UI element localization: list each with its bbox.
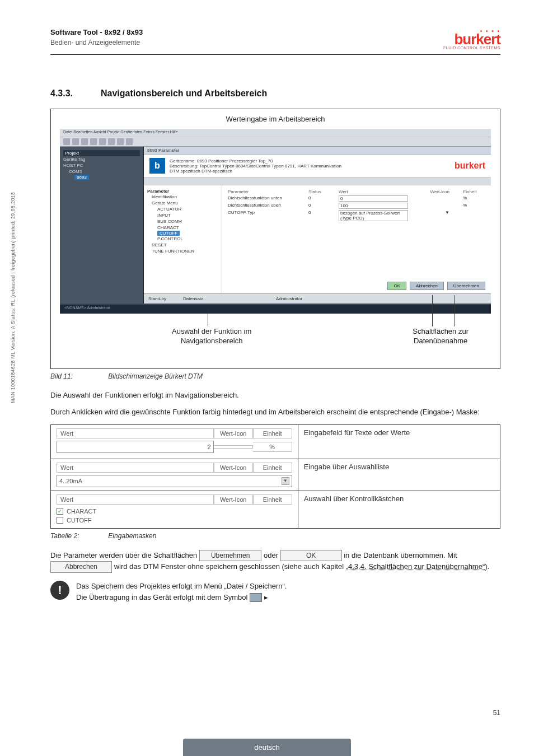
toolbar-icon (99, 138, 106, 145)
cancel-button-inline: Abbrechen (50, 561, 112, 573)
ss-cell (463, 210, 485, 221)
chevron-down-icon: ▼ (282, 477, 289, 485)
checkbox-icon (57, 517, 63, 524)
ss-nav-item: Identifikation (147, 194, 218, 200)
toolbar-icon (63, 138, 70, 145)
ss-banner-value: DTM-spezifisch (202, 169, 232, 174)
mini-header: Wert (57, 463, 214, 473)
ss-banner-logo: burkert (455, 161, 485, 171)
header-rule (50, 54, 500, 55)
ss-cell: 0 (339, 195, 408, 202)
paragraph: Die Parameter werden über die Schaltfläc… (50, 550, 500, 573)
note-box: ! Das Speichern des Projektes erfolgt im… (50, 581, 500, 603)
text-input-sample: 2 (57, 441, 214, 453)
brand-logo: • • • • burkert FLUID CONTROL SYSTEMS (443, 28, 500, 50)
ss-col-header: Einheit (463, 189, 485, 194)
annotation-line (208, 311, 208, 326)
ss-banner-label: DTM spezifisch (170, 169, 200, 174)
ss-nav-item: RESET (147, 242, 218, 248)
ss-cancel-button: Abbrechen (410, 282, 444, 290)
checkbox-label: CHARACT (67, 508, 96, 515)
input-mask-table: Wert Wert-Icon Einheit 2 % Eingabefeld f… (50, 424, 500, 529)
select-input-sample: 4..20mA ▼ (57, 475, 292, 487)
note-line: Die Übertragung in das Gerät erfolgt mit… (76, 592, 287, 603)
figure-caption: Bild 11: Bildschirmanzeige Bürkert DTM (50, 372, 500, 380)
checkbox-checked-icon: ✓ (57, 508, 63, 515)
ss-nav-item: TUNE FUNKTIONEN (147, 248, 218, 254)
ss-tree-item: COM3 (63, 169, 140, 175)
mini-header: Einheit (253, 494, 292, 505)
toolbar-icon (90, 138, 97, 145)
checkbox-sample: ✓ CHARACT (57, 507, 292, 516)
ss-nav-item: Geräte Menu (147, 200, 218, 206)
figure-caption-text: Bildschirmanzeige Bürkert DTM (108, 372, 203, 380)
ss-toolbar (60, 137, 491, 147)
ss-cell: CUTOFF-Typ (228, 210, 295, 221)
ss-nav-item: ACTUATOR (147, 206, 218, 212)
ss-cell: 0 (308, 203, 325, 209)
ss-project-tree: Projekt Geräte Tag HOST PC COM3 8693 (60, 147, 144, 304)
apply-button-inline: Übernehmen (199, 550, 261, 562)
ss-cell: 100 (339, 203, 408, 209)
paragraph: Die Auswahl der Funktionen erfolgt im Na… (50, 390, 500, 400)
annotation-line (455, 295, 455, 326)
ss-cell: % (463, 195, 485, 202)
checkbox-sample: CUTOFF (57, 516, 292, 525)
ss-cell (421, 203, 449, 209)
doc-meta-sidebar: MAN 1000184628 ML Version: A Status: RL … (10, 192, 16, 403)
ss-status-item: Administrator (276, 296, 302, 301)
table-caption-text: Eingabemasken (108, 532, 156, 540)
ss-status-item: Datensatz (183, 296, 203, 301)
ss-apply-button: Übernehmen (447, 282, 485, 290)
mini-header: Wert-Icon (214, 494, 253, 505)
ss-banner-value: 8693 Positioner Prozessregler Top_70 (197, 158, 273, 164)
brand-logo-text: burkert (443, 33, 500, 46)
toolbar-icon (117, 138, 124, 145)
ss-menubar: Datei Bearbeiten Ansicht Projekt Geräted… (60, 129, 491, 137)
ss-nav-panel: Parameter Identifikation Geräte Menu ACT… (144, 185, 222, 293)
ss-cell: ▼ (421, 210, 449, 221)
ss-status-bar: Stand-by Datensatz Administrator (144, 293, 491, 304)
mini-cell (214, 445, 253, 449)
mini-header: Wert-Icon (214, 428, 253, 438)
ss-col-header: Wert (339, 189, 408, 194)
ss-footer-bar: <NONAME> Administrator (60, 305, 491, 314)
ss-nav-item: INPUT (147, 212, 218, 218)
ss-status-item: Stand-by (148, 296, 166, 301)
section-heading: 4.3.3.Navigationsbereich und Arbeitsbere… (50, 88, 500, 99)
ss-col-header: Status (308, 189, 325, 194)
ss-cell (421, 195, 449, 202)
ss-ok-button: OK (387, 282, 406, 290)
language-tab: deutsch (183, 739, 351, 756)
mini-header: Wert (57, 494, 214, 505)
transfer-symbol-icon (250, 593, 262, 602)
ss-tree-title: Projekt (63, 150, 140, 156)
figure-annotation-right: Schaltflächen zurDatenübenahme (413, 327, 469, 346)
mini-header: Einheit (253, 428, 292, 438)
ss-nav-header: Parameter (147, 189, 218, 194)
ss-cell: bezogen auf Prozess-Sollwert (Type PCO) (339, 210, 408, 221)
table-caption-label: Tabelle 2: (50, 532, 106, 540)
mini-header: Wert (57, 428, 214, 438)
mini-header: Einheit (253, 463, 292, 473)
ss-cell: 0 (308, 210, 325, 221)
ss-banner: b Gerätename: 8693 Positioner Prozessreg… (144, 155, 491, 178)
ss-cell: 0 (308, 195, 325, 202)
ss-nav-item-selected: CUTOFF (157, 231, 180, 236)
ss-tree-item: Geräte Tag (63, 156, 140, 162)
mini-header: Wert-Icon (214, 463, 253, 473)
cross-reference-link[interactable]: „4.3.4. Schaltflächen zur Datenübernahme… (346, 562, 485, 571)
ss-nav-item: P.CONTROL (147, 236, 218, 242)
ss-tree-item-selected: 8693 (74, 175, 89, 180)
ss-work-table: Parameter Status Wert Wert-Icon Einheit … (222, 185, 491, 293)
ss-banner-label: Beschreibung: (170, 164, 198, 169)
note-line: Das Speichern des Projektes erfolgt im M… (76, 581, 287, 592)
ss-nav-item: BUS.COMM (147, 218, 218, 225)
mask-desc: Auswahl über Kontrollkästchen (298, 491, 500, 528)
toolbar-icon (126, 138, 133, 145)
annotation-line (432, 295, 433, 326)
figure-top-annotation: Werteingabe im Arbeitsbereich (60, 115, 491, 123)
mini-cell: % (253, 442, 292, 452)
ss-cell: Dichtschliessfunktion unten (228, 195, 295, 202)
ss-nav-item: CHARACT (147, 225, 218, 231)
